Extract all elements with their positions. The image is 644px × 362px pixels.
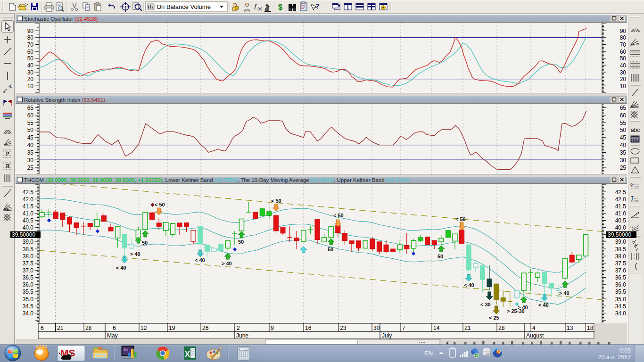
svg-text:0: 0 — [245, 348, 246, 351]
svg-text:50: 50 — [142, 240, 148, 246]
svg-text:42.5: 42.5 — [615, 189, 627, 196]
svg-text:35.5: 35.5 — [615, 288, 627, 295]
svg-text:?: ? — [315, 2, 320, 10]
svg-text:40.0: 40.0 — [23, 224, 34, 231]
svg-text:T: T — [631, 196, 634, 201]
svg-text:13: 13 — [567, 325, 573, 331]
svg-text:30: 30 — [27, 69, 34, 76]
svg-text:30: 30 — [27, 157, 34, 164]
svg-text:L: L — [10, 84, 12, 89]
svg-text:May: May — [107, 332, 118, 339]
svg-text:< 50: < 50 — [155, 202, 165, 207]
svg-text:9: 9 — [271, 325, 274, 331]
svg-text:45: 45 — [27, 134, 34, 141]
svg-text:> 40: > 40 — [559, 290, 570, 296]
svg-text:34.5: 34.5 — [23, 303, 34, 310]
svg-text:21: 21 — [57, 325, 64, 331]
svg-text:45: 45 — [620, 134, 627, 141]
svg-text:39.0: 39.0 — [23, 239, 34, 245]
svg-text:Relative Strength Index (63.54: Relative Strength Index (63.5461) — [24, 97, 105, 103]
svg-text:42.5: 42.5 — [23, 189, 34, 196]
svg-text:(x): (x) — [257, 7, 263, 11]
svg-text:12: 12 — [140, 325, 147, 331]
svg-text:< 40: < 40 — [538, 302, 549, 308]
svg-text:50: 50 — [328, 247, 333, 252]
svg-text:23: 23 — [340, 325, 347, 331]
svg-text:35.5: 35.5 — [23, 288, 34, 295]
svg-text:August: August — [526, 332, 544, 339]
svg-text:40: 40 — [620, 142, 627, 148]
svg-text:60: 60 — [27, 112, 34, 119]
svg-text:28: 28 — [85, 325, 92, 331]
svg-text:38.0: 38.0 — [23, 253, 34, 260]
svg-text:37.5: 37.5 — [615, 260, 627, 267]
svg-text:39.50000: 39.50000 — [12, 231, 35, 238]
svg-text:60: 60 — [27, 49, 34, 55]
svg-text:40: 40 — [620, 62, 627, 69]
svg-text:28: 28 — [498, 325, 505, 331]
svg-text:30: 30 — [620, 157, 627, 164]
svg-text:60: 60 — [620, 112, 627, 119]
svg-text:Stochastic Oscillator (92.4528: Stochastic Oscillator (92.4528) — [24, 16, 98, 22]
svg-text:< 40: < 40 — [195, 257, 205, 263]
svg-text:0:09: 0:09 — [619, 347, 631, 354]
svg-text:50: 50 — [620, 127, 627, 133]
svg-text:70: 70 — [27, 41, 34, 48]
svg-text:38.5: 38.5 — [615, 246, 627, 253]
svg-text:50: 50 — [238, 239, 244, 245]
svg-text:30: 30 — [620, 69, 627, 76]
svg-text:10: 10 — [620, 83, 627, 90]
svg-text:20 a.n. 2557: 20 a.n. 2557 — [598, 354, 631, 361]
svg-text:< 50: < 50 — [455, 216, 466, 222]
svg-text:14: 14 — [433, 325, 440, 331]
svg-text:36.5: 36.5 — [615, 274, 627, 281]
svg-text:39.0: 39.0 — [615, 239, 627, 245]
svg-text:36.0: 36.0 — [615, 281, 627, 288]
svg-text:20: 20 — [27, 76, 34, 82]
svg-text:4: 4 — [532, 325, 536, 331]
svg-text:EN: EN — [424, 350, 433, 357]
svg-text:80: 80 — [620, 34, 627, 41]
svg-text:On Balance Volume: On Balance Volume — [157, 3, 211, 10]
svg-text:60: 60 — [620, 49, 627, 55]
svg-text:40.5: 40.5 — [23, 217, 34, 224]
svg-text:36.0: 36.0 — [23, 281, 34, 288]
svg-text:26: 26 — [202, 325, 209, 331]
svg-text:THCOM (38.0000, 39.5000, 38.00: THCOM (38.0000, 39.5000, 38.0000, 39.500… — [24, 177, 409, 183]
svg-text:o: o — [630, 182, 633, 187]
svg-text:> 25-30: > 25-30 — [507, 308, 525, 314]
svg-text:37.0: 37.0 — [23, 267, 34, 274]
svg-text:19: 19 — [169, 325, 175, 331]
svg-text:70: 70 — [620, 41, 627, 48]
svg-text:37.0: 37.0 — [615, 267, 627, 274]
svg-text:50: 50 — [438, 254, 443, 259]
svg-text:X: X — [185, 350, 190, 358]
svg-text:20: 20 — [620, 76, 627, 82]
svg-text:35.0: 35.0 — [23, 296, 34, 303]
svg-text:16: 16 — [305, 325, 312, 331]
svg-text:34.5: 34.5 — [615, 303, 627, 310]
svg-text:90: 90 — [620, 28, 627, 34]
svg-text:50: 50 — [620, 55, 627, 62]
svg-text:< 30: < 30 — [480, 302, 491, 307]
svg-text:41.0: 41.0 — [615, 210, 627, 217]
svg-text:7: 7 — [402, 325, 405, 331]
svg-text:41.5: 41.5 — [615, 203, 627, 210]
svg-text:> 40: > 40 — [130, 251, 140, 257]
svg-text:25: 25 — [620, 165, 627, 171]
svg-text:10: 10 — [27, 83, 34, 90]
svg-text:37.5: 37.5 — [23, 260, 34, 267]
svg-text:55: 55 — [620, 120, 627, 126]
svg-text:40.0: 40.0 — [615, 224, 627, 231]
svg-text:< 50: < 50 — [271, 198, 281, 204]
svg-text:36.5: 36.5 — [23, 274, 34, 281]
svg-text:June: June — [236, 332, 248, 339]
svg-text:39.50000: 39.50000 — [608, 231, 631, 238]
svg-text:50: 50 — [27, 55, 34, 62]
svg-text:21: 21 — [464, 325, 471, 331]
svg-text:34.0: 34.0 — [23, 310, 34, 317]
svg-text:41.0: 41.0 — [23, 210, 34, 217]
svg-text:90: 90 — [27, 28, 34, 34]
svg-text:38.5: 38.5 — [23, 246, 34, 253]
svg-text:S: S — [630, 225, 633, 229]
